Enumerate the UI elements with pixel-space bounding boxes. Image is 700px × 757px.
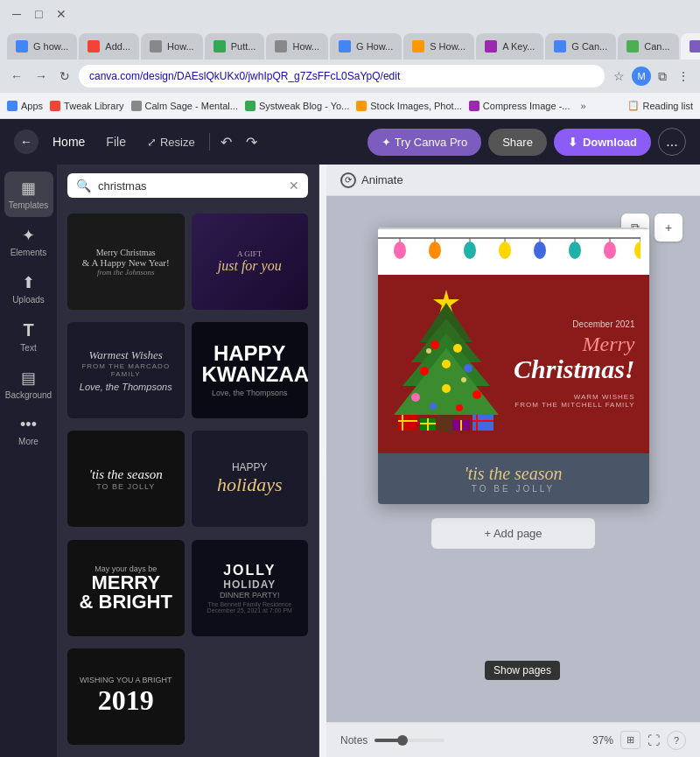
- fullscreen-button[interactable]: ⛶: [648, 733, 660, 747]
- bookmark-apps[interactable]: Apps: [7, 101, 43, 111]
- extensions-icon[interactable]: ⧉: [654, 67, 670, 86]
- svg-point-10: [534, 242, 546, 259]
- search-clear-button[interactable]: ✕: [289, 179, 299, 193]
- svg-point-12: [569, 242, 581, 259]
- app-area: ← Home File ⤢ Resize ↶ ↷ ✦ Try Canva Pro…: [0, 119, 700, 757]
- svg-point-31: [430, 403, 437, 410]
- download-button[interactable]: ⬇ Download: [554, 129, 651, 156]
- bookmark-tweak[interactable]: Tweak Library: [50, 101, 123, 111]
- svg-point-14: [604, 242, 616, 259]
- redo-button[interactable]: ↷: [242, 132, 261, 152]
- resize-icon: ⤢: [147, 136, 157, 149]
- search-input[interactable]: [98, 179, 282, 193]
- sidebar-item-uploads[interactable]: ⬆ Uploads: [4, 266, 53, 312]
- back-button[interactable]: ←: [7, 67, 26, 85]
- tab-favicon-6: [339, 40, 351, 53]
- search-box[interactable]: 🔍 ✕: [67, 173, 308, 198]
- browser-tab-4[interactable]: Putt...: [205, 33, 265, 60]
- browser-tab-11[interactable]: Hor... ✕: [681, 33, 700, 60]
- sidebar-item-text[interactable]: T Text: [4, 313, 53, 360]
- close-btn[interactable]: ✕: [51, 5, 72, 23]
- file-button[interactable]: File: [99, 131, 133, 152]
- bookmark-favicon-apps: [7, 101, 18, 111]
- browser-tab-10[interactable]: Can...: [618, 33, 678, 60]
- canvas-scroll[interactable]: ⧉ +: [326, 196, 700, 722]
- reading-list-btn[interactable]: 📋 Reading list: [627, 100, 693, 111]
- svg-point-33: [426, 348, 431, 354]
- tab-favicon-8: [485, 40, 497, 53]
- template-card-4[interactable]: HAPPY KWANZAA Love, the Thompsons: [192, 322, 309, 418]
- svg-point-30: [442, 384, 451, 393]
- resize-button[interactable]: ⤢ Resize: [140, 132, 202, 152]
- address-text: canva.com/design/DAEslQkUKx0/jwhIpQR_g7Z…: [89, 70, 400, 82]
- browser-tab-1[interactable]: G how...: [7, 33, 77, 60]
- design-card[interactable]: December 2021 Merry Christmas! WARM WISH…: [378, 228, 649, 504]
- download-icon: ⬇: [568, 136, 578, 149]
- svg-rect-45: [460, 420, 462, 431]
- sidebar-item-elements[interactable]: ✦ Elements: [4, 219, 53, 264]
- tab-favicon-7: [412, 40, 424, 53]
- more-menu-button[interactable]: ...: [658, 128, 686, 156]
- help-button[interactable]: ?: [667, 731, 686, 750]
- more-icon: •••: [20, 416, 37, 434]
- share-button[interactable]: Share: [488, 129, 547, 156]
- show-pages-tooltip: Show pages: [485, 661, 560, 680]
- browser-tab-8[interactable]: A Key...: [476, 33, 543, 60]
- sidebar-item-templates[interactable]: ▦ Templates: [4, 172, 53, 217]
- bookmark-compress[interactable]: Compress Image -...: [469, 101, 570, 111]
- sidebar-item-background[interactable]: ▤ Background: [4, 361, 53, 407]
- bookmarks-bar: Apps Tweak Library Calm Sage - Mental...…: [0, 93, 700, 119]
- bookmark-favicon-systweak: [245, 101, 256, 111]
- address-input[interactable]: canva.com/design/DAEslQkUKx0/jwhIpQR_g7Z…: [79, 65, 605, 88]
- sidebar-item-more[interactable]: ••• More: [4, 409, 53, 453]
- bottom-bar: Notes 37% ⊞ ⛶ ?: [326, 722, 700, 757]
- home-button[interactable]: Home: [46, 131, 92, 152]
- svg-point-23: [430, 340, 439, 349]
- add-page-button[interactable]: + Add page: [431, 518, 594, 549]
- zoom-fit-button[interactable]: ⊞: [620, 731, 640, 749]
- browser-tab-3[interactable]: How...: [141, 33, 203, 60]
- svg-point-26: [464, 364, 472, 373]
- svg-rect-37: [398, 420, 417, 422]
- card-main-section: December 2021 Merry Christmas! WARM WISH…: [378, 275, 649, 453]
- tab-favicon-11: [690, 40, 700, 53]
- text-icon: T: [23, 320, 33, 340]
- template-card-7[interactable]: May your days be MERRY & BRIGHT: [67, 540, 185, 636]
- more-bookmarks-btn[interactable]: »: [580, 101, 585, 111]
- template-card-6[interactable]: HAPPY holidays: [192, 431, 309, 527]
- reload-button[interactable]: ↻: [56, 67, 74, 85]
- forward-button[interactable]: →: [32, 67, 51, 85]
- canvas-area: ⟳ Animate ⧉ +: [326, 165, 700, 757]
- browser-tab-7[interactable]: S How...: [403, 33, 474, 60]
- template-card-5[interactable]: 'tis the season TO BE JOLLY: [67, 431, 185, 527]
- back-arrow-btn[interactable]: ←: [14, 130, 38, 154]
- profile-icon[interactable]: M: [632, 67, 651, 86]
- browser-tab-5[interactable]: How...: [266, 33, 328, 60]
- template-card-2[interactable]: A GIFT just for you: [192, 214, 309, 310]
- bookmark-icon[interactable]: ☆: [610, 67, 628, 85]
- template-card-3[interactable]: Warmest Wishes FROM THE MARCADO FAMILY L…: [67, 322, 185, 418]
- browser-tab-6[interactable]: G How...: [330, 33, 402, 60]
- template-card-8[interactable]: JOLLY HOLIDAY DINNER PARTY! The Bennett …: [192, 540, 309, 636]
- bookmark-favicon-tweak: [50, 101, 60, 111]
- undo-button[interactable]: ↶: [217, 132, 235, 152]
- animate-button[interactable]: ⟳ Animate: [340, 172, 403, 188]
- resize-handle[interactable]: [319, 165, 326, 757]
- template-card-1[interactable]: Merry Christmas & A Happy New Year! from…: [67, 214, 185, 310]
- try-canva-pro-button[interactable]: ✦ Try Canva Pro: [368, 129, 481, 156]
- expand-canvas-btn[interactable]: +: [654, 214, 682, 242]
- minimize-btn[interactable]: ─: [7, 5, 26, 23]
- bookmark-calm[interactable]: Calm Sage - Mental...: [131, 101, 238, 111]
- svg-rect-40: [420, 423, 436, 424]
- browser-tab-9[interactable]: G Can...: [545, 33, 616, 60]
- notes-label: Notes: [340, 734, 368, 746]
- template-card-9[interactable]: WISHING YOU A BRIGHT 2019: [67, 648, 185, 745]
- maximize-btn[interactable]: □: [30, 5, 47, 23]
- browser-tab-2[interactable]: Add...: [79, 33, 139, 60]
- settings-icon[interactable]: ⋮: [674, 67, 693, 85]
- notes-progress-bar[interactable]: [374, 739, 444, 742]
- bookmark-systweak[interactable]: Systweak Blog - Yo...: [245, 101, 349, 111]
- zoom-level: 37%: [592, 734, 613, 746]
- bookmark-stock[interactable]: Stock Images, Phot...: [356, 101, 462, 111]
- tabs-bar: G how... Add... How... Putt... How... G …: [0, 28, 700, 60]
